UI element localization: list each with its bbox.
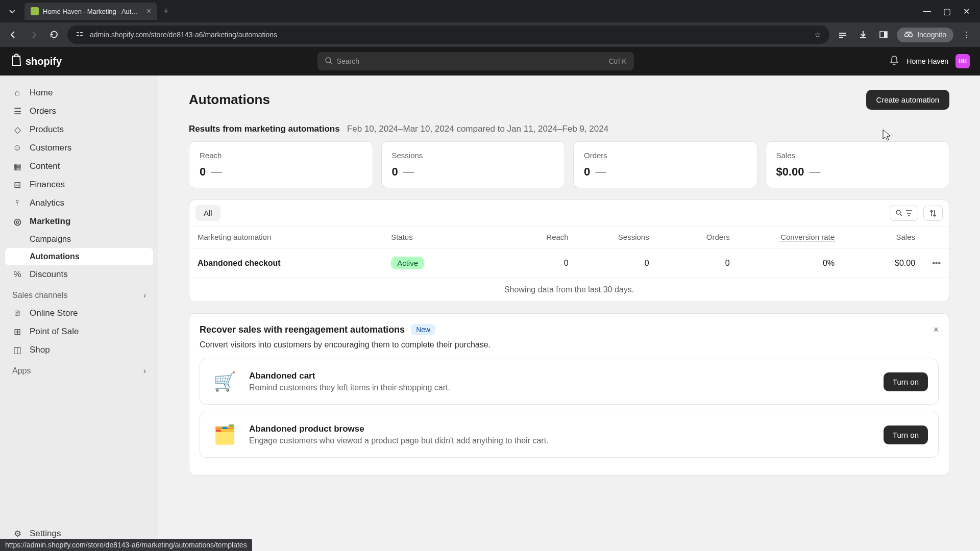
search-filter-button[interactable] xyxy=(890,206,918,221)
create-automation-button[interactable]: Create automation xyxy=(866,90,949,110)
nav-label: Campaigns xyxy=(30,235,71,244)
svg-rect-4 xyxy=(839,33,846,34)
nav-label: Shop xyxy=(30,345,50,355)
sidebar-item-content[interactable]: ▦Content xyxy=(5,157,153,176)
apps-header[interactable]: Apps› xyxy=(5,359,153,380)
metric-label: Sales xyxy=(776,151,796,160)
sidebar-item-automations[interactable]: Automations xyxy=(5,248,153,265)
cell-sales: $0.00 xyxy=(835,259,915,268)
cell-sessions: 0 xyxy=(569,259,649,268)
sidebar-item-home[interactable]: ⌂Home xyxy=(5,84,153,102)
promo-item-desc: Engage customers who viewed a product pa… xyxy=(249,436,873,445)
new-tab-button[interactable]: + xyxy=(163,6,169,17)
promo-item: 🛒 Abandoned cart Remind customers they l… xyxy=(200,359,939,405)
sales-channels-header[interactable]: Sales channels› xyxy=(5,284,153,304)
metric-delta: — xyxy=(810,165,821,179)
svg-rect-0 xyxy=(77,32,79,33)
sidebar-item-online-store[interactable]: ⎚Online Store xyxy=(5,304,153,322)
store-name[interactable]: Home Haven xyxy=(906,57,948,65)
table-row[interactable]: Abandoned checkout Active 0 0 0 0% $0.00… xyxy=(189,248,949,278)
metric-card-reach[interactable]: Reach 0— xyxy=(189,141,373,188)
results-label: Results from marketing automations xyxy=(189,124,340,134)
cart-icon: 🛒 xyxy=(210,367,239,396)
sidebar-item-analytics[interactable]: ⫯Analytics xyxy=(5,194,153,212)
sidebar-item-shop[interactable]: ◫Shop xyxy=(5,341,153,359)
svg-rect-5 xyxy=(839,35,846,36)
nav-label: Finances xyxy=(30,180,65,190)
sidebar-item-pos[interactable]: ⊞Point of Sale xyxy=(5,322,153,341)
metric-value: 0 xyxy=(200,165,206,179)
avatar[interactable]: HH xyxy=(955,54,970,68)
close-tab-icon[interactable]: × xyxy=(146,7,151,16)
incognito-icon xyxy=(904,31,913,39)
bookmark-icon[interactable]: ☆ xyxy=(815,31,821,39)
downloads-icon[interactable] xyxy=(856,28,870,42)
nav-label: Settings xyxy=(30,529,61,539)
menu-icon[interactable]: ⋮ xyxy=(960,28,974,42)
incognito-badge[interactable]: Incognito xyxy=(897,28,953,42)
site-settings-icon[interactable] xyxy=(76,30,84,40)
col-header: Conversion rate xyxy=(730,233,835,242)
row-actions-button[interactable]: ••• xyxy=(915,259,941,268)
sidebar-item-orders[interactable]: ☰Orders xyxy=(5,102,153,120)
svg-point-10 xyxy=(909,34,913,37)
nav-label: Products xyxy=(30,124,64,135)
promo-title: Recover sales with reengagement automati… xyxy=(200,324,405,335)
back-button[interactable] xyxy=(6,28,20,42)
tab-search-button[interactable] xyxy=(4,3,20,19)
sidebar-item-customers[interactable]: ☺Customers xyxy=(5,139,153,157)
minimize-icon[interactable]: — xyxy=(923,7,931,16)
sidepanel-icon[interactable] xyxy=(876,28,891,42)
col-header: Sales xyxy=(835,233,915,242)
media-icon[interactable] xyxy=(836,28,850,42)
forward-button[interactable] xyxy=(27,28,41,42)
analytics-icon: ⫯ xyxy=(12,198,22,208)
metric-card-sales[interactable]: Sales $0.00— xyxy=(766,141,950,188)
sidebar-item-discounts[interactable]: %Discounts xyxy=(5,265,153,284)
reload-button[interactable] xyxy=(47,28,61,42)
sort-button[interactable] xyxy=(923,206,943,221)
svg-rect-2 xyxy=(77,35,79,36)
nav-label: Orders xyxy=(30,106,56,116)
browser-tab-bar: Home Haven · Marketing · Aut… × + — ▢ ✕ xyxy=(0,0,980,22)
metric-card-sessions[interactable]: Sessions 0— xyxy=(381,141,566,188)
discounts-icon: % xyxy=(12,269,22,280)
metric-label: Orders xyxy=(584,151,607,160)
main-content: Automations Create automation Results fr… xyxy=(158,76,980,551)
nav-label: Content xyxy=(30,161,60,171)
turn-on-button[interactable]: Turn on xyxy=(884,425,928,444)
svg-rect-1 xyxy=(80,32,83,33)
shop-icon: ◫ xyxy=(12,345,22,355)
sidebar-item-products[interactable]: ◇Products xyxy=(5,120,153,139)
shopify-logo[interactable]: shopify xyxy=(10,53,62,69)
notifications-icon[interactable] xyxy=(889,55,899,67)
search-shortcut: Ctrl K xyxy=(609,57,627,65)
metric-delta: — xyxy=(595,165,606,179)
browser-tab[interactable]: Home Haven · Marketing · Aut… × xyxy=(24,3,157,20)
metrics-row: Reach 0— Sessions 0— Orders 0— Sales $0.… xyxy=(189,141,949,188)
nav-label: Marketing xyxy=(30,216,70,227)
metric-label: Sessions xyxy=(392,151,423,160)
close-window-icon[interactable]: ✕ xyxy=(963,7,970,16)
chevron-right-icon: › xyxy=(143,291,146,300)
url-text: admin.shopify.com/store/de8143-a6/market… xyxy=(90,31,277,39)
url-bar[interactable]: admin.shopify.com/store/de8143-a6/market… xyxy=(67,26,829,44)
incognito-label: Incognito xyxy=(917,31,946,39)
nav-label: Discounts xyxy=(30,269,68,280)
table-header-row: Marketing automation Status Reach Sessio… xyxy=(189,226,949,248)
svg-rect-8 xyxy=(884,32,887,38)
maximize-icon[interactable]: ▢ xyxy=(943,7,951,16)
svg-rect-6 xyxy=(839,37,843,38)
sidebar-item-marketing[interactable]: ◎Marketing xyxy=(5,212,153,231)
metric-card-orders[interactable]: Orders 0— xyxy=(573,141,757,188)
filter-all[interactable]: All xyxy=(195,205,220,221)
close-icon[interactable]: × xyxy=(933,324,939,335)
sidebar-item-campaigns[interactable]: Campaigns xyxy=(5,231,153,248)
nav-label: Home xyxy=(30,88,53,98)
search-input[interactable]: Search Ctrl K xyxy=(317,52,634,70)
sidebar-item-finances[interactable]: ⊟Finances xyxy=(5,176,153,194)
browser-toolbar: admin.shopify.com/store/de8143-a6/market… xyxy=(0,22,980,47)
promo-item: 🗂️ Abandoned product browse Engage custo… xyxy=(200,412,939,458)
turn-on-button[interactable]: Turn on xyxy=(884,372,928,391)
browse-icon: 🗂️ xyxy=(210,420,239,449)
